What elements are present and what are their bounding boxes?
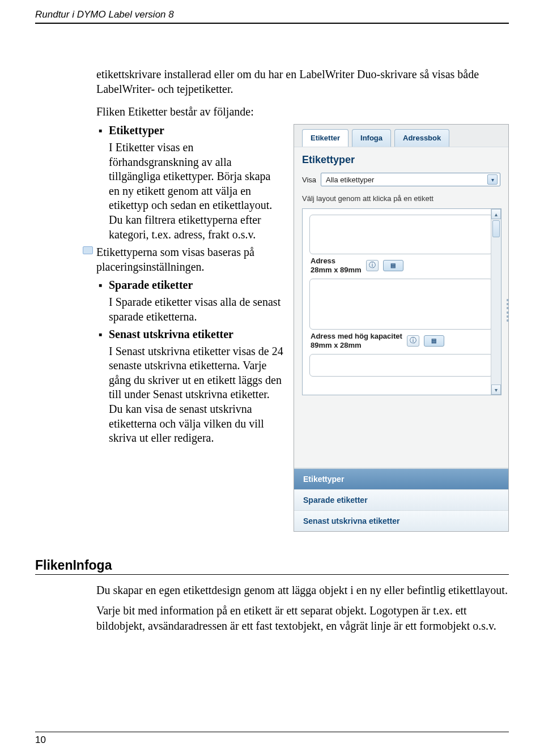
page-header: Rundtur i DYMO Label version 8	[35, 9, 509, 24]
bullet-body: I Senast utskrivna etiketter visas de 24…	[109, 344, 283, 446]
label-preview	[309, 279, 493, 330]
label-size: 89mm x 28mm	[311, 341, 362, 349]
label-card[interactable]	[309, 354, 493, 377]
note-body: Etikettyperna som visas baseras på place…	[96, 245, 283, 274]
visa-label: Visa	[302, 176, 316, 184]
tab-etiketter[interactable]: Etiketter	[302, 129, 348, 147]
section-p2: Varje bit med information på en etikett …	[96, 603, 509, 633]
bullet-body: I Sparade etiketter visas alla de senast…	[109, 295, 283, 324]
scrollbar[interactable]: ▴ ▾	[491, 209, 501, 395]
info-icon[interactable]: ⓘ	[366, 260, 379, 271]
scroll-down-icon[interactable]: ▾	[491, 385, 501, 395]
text-column: Etikettyper I Etiketter visas en förhand…	[96, 124, 283, 532]
bullet-title: Etikettyper	[109, 124, 283, 137]
label-type-list: Adress 28mm x 89mm ⓘ ▤ Adress med hög ka…	[302, 208, 502, 395]
accordion-item-senast[interactable]: Senast utskrivna etiketter	[294, 510, 508, 531]
section-p1: Du skapar en egen etikettdesign genom at…	[96, 583, 509, 597]
panel-tabs: Etiketter Infoga Adressbok	[294, 125, 508, 147]
scroll-thumb[interactable]	[492, 220, 500, 237]
label-caption-text: Adress med hög kapacitet 89mm x 28mm	[311, 332, 402, 349]
bullet-sparade: Sparade etiketter I Sparade etiketter vi…	[96, 279, 283, 324]
tab-adressbok[interactable]: Adressbok	[394, 129, 449, 147]
bullet-body: I Etiketter visas en förhandsgranskning …	[109, 140, 283, 242]
tab-infoga[interactable]: Infoga	[352, 129, 391, 147]
intro-subparagraph: Fliken Etiketter består av följande:	[96, 105, 510, 118]
label-preview	[309, 215, 493, 254]
accordion: Etikettyper Sparade etiketter Senast uts…	[294, 468, 508, 531]
bullet-title: Sparade etiketter	[109, 279, 283, 292]
bullet-etikettyper: Etikettyper I Etiketter visas en förhand…	[96, 124, 283, 242]
select-label-button[interactable]: ▤	[424, 335, 444, 347]
sidebar-panel: Etiketter Infoga Adressbok Etikettyper V…	[294, 124, 509, 532]
label-card[interactable]: Adress 28mm x 89mm ⓘ ▤	[309, 215, 493, 275]
info-icon[interactable]: ⓘ	[407, 335, 419, 347]
accordion-item-sparade[interactable]: Sparade etiketter	[294, 489, 508, 510]
resize-handle[interactable]	[507, 299, 510, 322]
section-title: FlikenInfoga	[35, 558, 509, 575]
page-number: 10	[35, 734, 46, 745]
section-flikeninfoga: FlikenInfoga Du skapar en egen etikettde…	[35, 558, 509, 639]
page-header-title: Rundtur i DYMO Label version 8	[35, 9, 174, 20]
panel-heading: Etikettyper	[294, 147, 508, 168]
page-footer: 10	[35, 732, 509, 746]
chevron-down-icon: ▾	[487, 174, 498, 185]
scroll-up-icon[interactable]: ▴	[491, 209, 501, 219]
bullet-senast: Senast utskrivna etiketter I Senast utsk…	[96, 328, 283, 446]
select-label-button[interactable]: ▤	[383, 260, 403, 271]
intro-paragraph: etikettskrivare installerad eller om du …	[96, 67, 510, 96]
label-name: Adress	[311, 257, 335, 265]
panel-hint: Välj layout genom att klicka på en etike…	[294, 191, 508, 208]
label-name: Adress med hög kapacitet	[311, 332, 402, 340]
visa-select-value: Alla etikettyper	[326, 176, 374, 184]
label-preview	[309, 354, 493, 377]
label-card[interactable]: Adress med hög kapacitet 89mm x 28mm ⓘ ▤	[309, 279, 493, 351]
bullet-title: Senast utskrivna etiketter	[109, 328, 283, 341]
visa-select[interactable]: Alla etikettyper ▾	[321, 173, 500, 186]
label-size: 28mm x 89mm	[311, 266, 362, 274]
label-caption-text: Adress 28mm x 89mm	[311, 257, 362, 274]
accordion-item-etikettyper[interactable]: Etikettyper	[294, 468, 508, 489]
note-icon	[83, 246, 93, 254]
main-content: etikettskrivare installerad eller om du …	[96, 67, 510, 532]
